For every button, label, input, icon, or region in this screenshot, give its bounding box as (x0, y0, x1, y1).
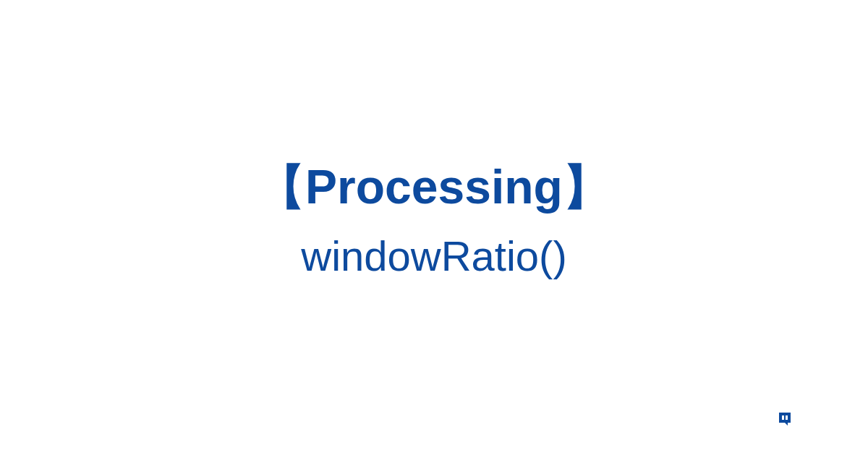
page-subtitle: windowRatio() (258, 227, 610, 285)
brand-logo-icon (778, 413, 792, 428)
svg-rect-1 (786, 415, 788, 420)
page-title: 【Processing】 (258, 156, 610, 219)
main-content: 【Processing】 windowRatio() (258, 156, 610, 286)
svg-rect-0 (782, 415, 784, 420)
